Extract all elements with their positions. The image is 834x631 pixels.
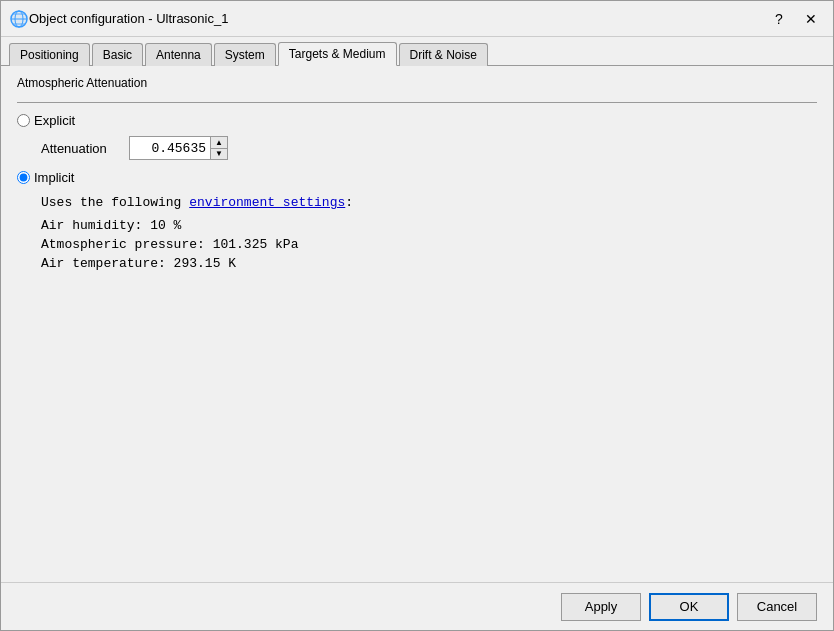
- uses-text-prefix: Uses the following: [41, 195, 189, 210]
- apply-button[interactable]: Apply: [561, 593, 641, 621]
- bottom-bar: Apply OK Cancel: [1, 582, 833, 630]
- attenuation-label: Attenuation: [41, 141, 121, 156]
- implicit-label[interactable]: Implicit: [34, 170, 74, 185]
- tab-antenna[interactable]: Antenna: [145, 43, 212, 66]
- main-window: Object configuration - Ultrasonic_1 ? ✕ …: [0, 0, 834, 631]
- tab-drift-noise[interactable]: Drift & Noise: [399, 43, 488, 66]
- title-bar: Object configuration - Ultrasonic_1 ? ✕: [1, 1, 833, 37]
- ok-button[interactable]: OK: [649, 593, 729, 621]
- app-icon: [9, 9, 29, 29]
- svg-point-5: [11, 11, 27, 27]
- spinner-up-button[interactable]: ▲: [211, 137, 227, 148]
- title-bar-buttons: ? ✕: [765, 7, 825, 31]
- air-humidity-label: Air humidity: 10 %: [41, 218, 817, 233]
- explicit-radio[interactable]: [17, 114, 30, 127]
- attenuation-input[interactable]: 0.45635: [130, 137, 210, 159]
- atmospheric-pressure-label: Atmospheric pressure: 101.325 kPa: [41, 237, 817, 252]
- explicit-option-row: Explicit: [17, 113, 817, 128]
- tab-positioning[interactable]: Positioning: [9, 43, 90, 66]
- cancel-button[interactable]: Cancel: [737, 593, 817, 621]
- spinner-buttons: ▲ ▼: [210, 137, 227, 159]
- content-area: Atmospheric Attenuation Explicit Attenua…: [1, 66, 833, 582]
- spinner-down-button[interactable]: ▼: [211, 148, 227, 159]
- help-button[interactable]: ?: [765, 7, 793, 31]
- explicit-label[interactable]: Explicit: [34, 113, 75, 128]
- implicit-section: Uses the following environment settings:…: [41, 195, 817, 271]
- uses-text-colon: :: [345, 195, 353, 210]
- tab-system[interactable]: System: [214, 43, 276, 66]
- close-button[interactable]: ✕: [797, 7, 825, 31]
- air-temperature-label: Air temperature: 293.15 K: [41, 256, 817, 271]
- implicit-option-row: Implicit: [17, 170, 817, 185]
- tab-targets-medium[interactable]: Targets & Medium: [278, 42, 397, 66]
- section-label: Atmospheric Attenuation: [17, 76, 817, 90]
- section-divider: [17, 102, 817, 103]
- radio-group: Explicit Attenuation 0.45635 ▲ ▼ Implici…: [17, 113, 817, 271]
- attenuation-row: Attenuation 0.45635 ▲ ▼: [41, 136, 817, 160]
- implicit-radio[interactable]: [17, 171, 30, 184]
- window-title: Object configuration - Ultrasonic_1: [29, 11, 765, 26]
- tab-basic[interactable]: Basic: [92, 43, 143, 66]
- implicit-uses-text: Uses the following environment settings:: [41, 195, 817, 210]
- env-info: Air humidity: 10 % Atmospheric pressure:…: [41, 218, 817, 271]
- environment-settings-link[interactable]: environment settings: [189, 195, 345, 210]
- tab-bar: Positioning Basic Antenna System Targets…: [1, 37, 833, 66]
- attenuation-spinner: 0.45635 ▲ ▼: [129, 136, 228, 160]
